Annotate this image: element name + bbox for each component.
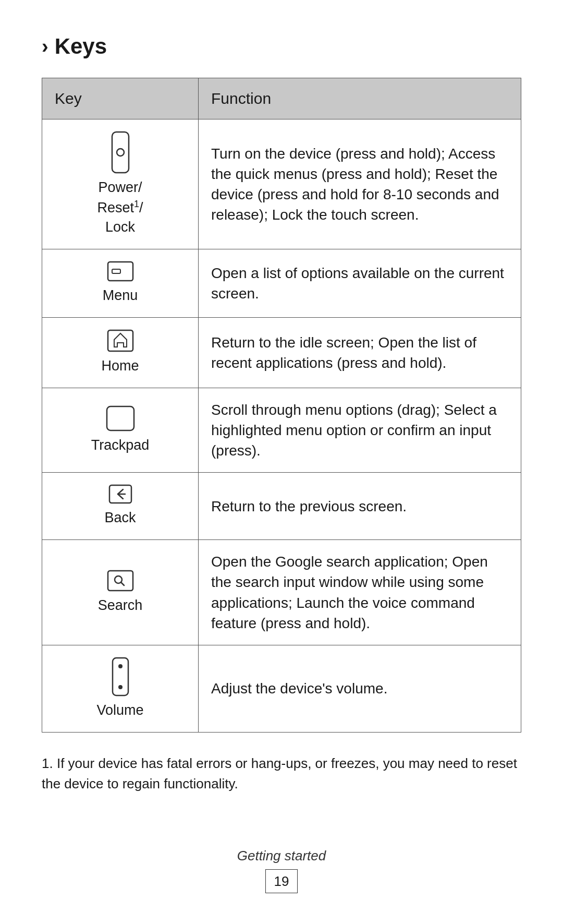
volume-icon [112,657,129,697]
key-label: Search [98,596,143,616]
key-cell: Power/Reset1/Lock [42,119,199,249]
svg-rect-3 [112,269,120,273]
key-label: Menu [103,286,138,306]
key-cell: Trackpad [42,388,199,473]
table-row: BackReturn to the previous screen. [42,473,521,540]
svg-rect-9 [108,571,133,591]
keys-table: Key Function Power/Reset1/LockTurn on th… [42,78,521,733]
key-cell: Volume [42,645,199,732]
function-cell: Open a list of options available on the … [199,249,521,318]
trackpad-icon [106,405,135,431]
function-cell: Open the Google search application; Open… [199,540,521,645]
home-icon [107,329,134,352]
page-title: › Keys [42,31,521,62]
title-text: Keys [55,31,107,62]
table-row: MenuOpen a list of options available on … [42,249,521,318]
power-icon [111,131,130,174]
search-icon [107,570,134,592]
key-label: Volume [96,701,143,721]
function-cell: Return to the previous screen. [199,473,521,540]
key-label: Home [101,356,139,376]
table-row: SearchOpen the Google search application… [42,540,521,645]
svg-line-11 [121,582,124,585]
key-label: Back [104,508,136,528]
menu-icon [107,261,134,282]
svg-point-1 [117,149,124,156]
table-row: Power/Reset1/LockTurn on the device (pre… [42,119,521,249]
svg-point-14 [118,685,123,689]
svg-point-13 [118,664,123,668]
function-cell: Scroll through menu options (drag); Sele… [199,388,521,473]
key-label: Trackpad [91,436,150,455]
key-cell: Menu [42,249,199,318]
table-row: TrackpadScroll through menu options (dra… [42,388,521,473]
table-row: VolumeAdjust the device's volume. [42,645,521,732]
col-header-function: Function [199,78,521,119]
table-row: HomeReturn to the idle screen; Open the … [42,317,521,388]
svg-rect-6 [107,406,134,430]
svg-marker-5 [114,333,127,347]
function-cell: Turn on the device (press and hold); Acc… [199,119,521,249]
svg-rect-0 [112,132,129,173]
function-cell: Return to the idle screen; Open the list… [199,317,521,388]
footer: Getting started 19 [42,825,521,894]
key-cell: Back [42,473,199,540]
key-label: Power/Reset1/Lock [97,178,143,237]
key-cell: Home [42,317,199,388]
back-icon [108,484,132,504]
chevron-icon: › [42,33,48,61]
col-header-key: Key [42,78,199,119]
function-cell: Adjust the device's volume. [199,645,521,732]
footnote: 1. If your device has fatal errors or ha… [42,753,521,794]
footer-page: 19 [265,869,298,893]
svg-rect-12 [113,658,128,695]
footer-text: Getting started [42,846,521,865]
key-cell: Search [42,540,199,645]
